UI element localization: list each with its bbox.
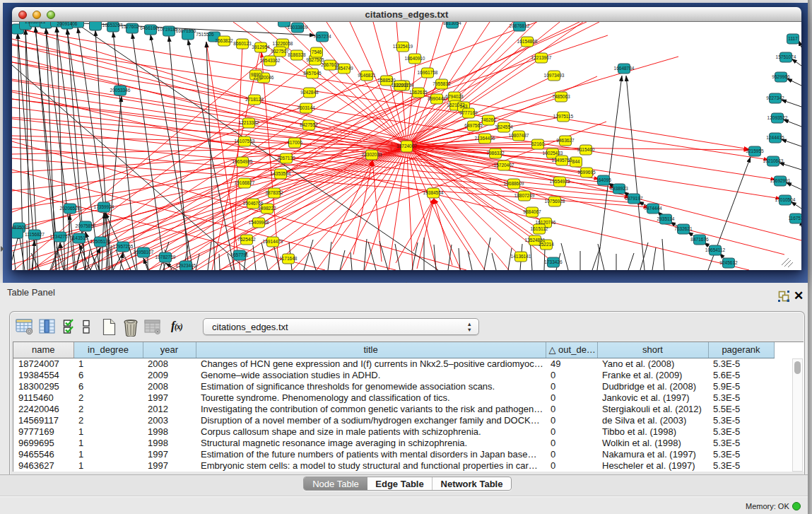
svg-text:12923445: 12923445: [176, 263, 196, 268]
svg-text:116753: 116753: [788, 216, 801, 221]
svg-text:12213967: 12213967: [531, 55, 552, 60]
svg-text:10210643: 10210643: [763, 158, 784, 163]
svg-text:8938923: 8938923: [610, 186, 628, 191]
svg-text:7632621: 7632621: [674, 226, 693, 231]
svg-text:8660123: 8660123: [233, 41, 252, 46]
svg-text:16914479: 16914479: [263, 239, 283, 244]
svg-text:10688609: 10688609: [504, 181, 524, 186]
svg-text:20091406: 20091406: [57, 22, 78, 26]
svg-text:21055721: 21055721: [25, 22, 46, 24]
svg-text:19166827: 19166827: [235, 180, 255, 185]
svg-text:9474444: 9474444: [644, 206, 662, 211]
svg-text:16154808: 16154808: [517, 39, 538, 44]
svg-text:21364436: 21364436: [475, 136, 495, 141]
svg-text:17957255: 17957255: [113, 244, 134, 249]
svg-text:543: 543: [460, 104, 468, 109]
svg-text:6497565: 6497565: [464, 123, 483, 128]
svg-text:62160: 62160: [531, 141, 544, 146]
svg-text:7546: 7546: [312, 49, 322, 54]
svg-text:3215955: 3215955: [746, 148, 764, 153]
svg-text:1244415: 1244415: [766, 135, 784, 140]
svg-text:9884067: 9884067: [523, 209, 541, 214]
svg-text:1322037: 1322037: [391, 83, 409, 88]
svg-text:16033809: 16033809: [288, 25, 308, 30]
svg-text:9146821: 9146821: [358, 73, 376, 78]
svg-text:6466160: 6466160: [140, 25, 158, 30]
svg-text:12213382: 12213382: [239, 120, 259, 125]
svg-text:252214: 252214: [539, 242, 554, 247]
svg-text:12093522: 12093522: [767, 115, 788, 120]
svg-text:16671355: 16671355: [176, 28, 196, 33]
svg-text:10654112: 10654112: [705, 247, 726, 252]
svg-text:9227342: 9227342: [766, 95, 784, 100]
svg-text:2935114: 2935114: [657, 216, 675, 221]
svg-text:1143519: 1143519: [71, 235, 88, 240]
svg-text:1117: 1117: [788, 36, 798, 41]
svg-text:9327507: 9327507: [271, 49, 289, 54]
svg-text:15720407: 15720407: [494, 163, 514, 168]
svg-text:16958107: 16958107: [134, 250, 154, 255]
svg-text:7986322: 7986322: [486, 151, 505, 156]
svg-text:20206526: 20206526: [60, 206, 81, 211]
svg-text:9245612: 9245612: [719, 260, 738, 265]
svg-text:23302033: 23302033: [362, 152, 382, 157]
svg-text:8457645: 8457645: [303, 71, 322, 76]
svg-text:16782759: 16782759: [155, 255, 176, 259]
svg-text:11156827: 11156827: [25, 232, 45, 237]
svg-text:9777169: 9777169: [459, 110, 478, 115]
svg-text:9463627: 9463627: [556, 138, 575, 143]
svg-text:7663822: 7663822: [215, 38, 233, 43]
svg-text:1527602: 1527602: [121, 24, 139, 29]
svg-text:417006: 417006: [287, 140, 302, 145]
svg-text:16107553: 16107553: [235, 139, 255, 144]
svg-text:3267130: 3267130: [277, 156, 295, 160]
svg-text:746266: 746266: [481, 117, 496, 122]
svg-text:10543362: 10543362: [260, 58, 281, 63]
svg-text:15692991: 15692991: [770, 178, 791, 183]
svg-text:10973493: 10973493: [544, 73, 565, 78]
svg-text:20975857: 20975857: [76, 223, 96, 228]
svg-text:10719185: 10719185: [158, 27, 178, 32]
svg-text:8990448: 8990448: [428, 96, 446, 101]
svg-text:7485063: 7485063: [552, 94, 570, 99]
svg-text:9242848: 9242848: [300, 90, 319, 95]
svg-text:7603144: 7603144: [297, 105, 315, 110]
svg-text:9699695: 9699695: [577, 170, 596, 175]
svg-text:12505135: 12505135: [90, 239, 111, 244]
svg-text:1171648: 1171648: [280, 256, 298, 261]
svg-text:18807249: 18807249: [514, 193, 535, 198]
svg-text:18724007: 18724007: [396, 144, 417, 148]
svg-text:13226058: 13226058: [273, 41, 293, 46]
svg-text:11325419: 11325419: [393, 44, 413, 49]
svg-text:19384554: 19384554: [423, 190, 444, 195]
svg-text:2718129: 2718129: [245, 97, 264, 102]
svg-text:16120746: 16120746: [536, 220, 556, 225]
svg-text:17359924: 17359924: [94, 204, 114, 209]
svg-text:17010504: 17010504: [775, 197, 796, 202]
svg-text:8454749: 8454749: [335, 66, 353, 71]
svg-text:9529966: 9529966: [772, 74, 790, 79]
svg-text:10025433: 10025433: [543, 151, 563, 156]
svg-text:12975115: 12975115: [553, 114, 574, 119]
svg-text:14136141: 14136141: [511, 254, 531, 259]
svg-text:9890: 9890: [251, 72, 261, 77]
svg-text:10756928: 10756928: [545, 199, 565, 204]
svg-text:20876812: 20876812: [510, 23, 530, 28]
svg-text:9115460: 9115460: [577, 147, 595, 152]
svg-text:19654985: 19654985: [233, 159, 253, 164]
svg-text:9657791: 9657791: [230, 252, 249, 257]
svg-text:10046766: 10046766: [243, 201, 264, 206]
svg-text:1362615: 1362615: [409, 90, 428, 95]
svg-text:14835081: 14835081: [12, 225, 30, 230]
svg-text:18640910: 18640910: [405, 56, 425, 61]
svg-text:20053346: 20053346: [110, 88, 131, 93]
svg-text:8186328: 8186328: [288, 52, 306, 57]
svg-text:7955812: 7955812: [433, 81, 451, 86]
svg-text:15409948: 15409948: [249, 220, 269, 225]
svg-text:10807487: 10807487: [509, 133, 529, 138]
svg-text:7357274: 7357274: [313, 34, 331, 39]
svg-text:6879197: 6879197: [625, 196, 643, 201]
svg-text:16648784: 16648784: [614, 66, 635, 71]
svg-text:15751074: 15751074: [776, 54, 796, 59]
svg-text:3912954: 3912954: [252, 45, 270, 49]
